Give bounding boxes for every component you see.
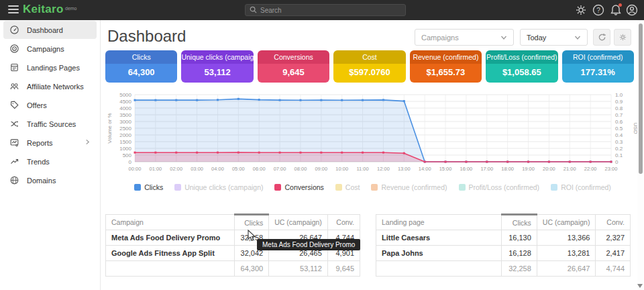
- refresh-button[interactable]: [593, 29, 610, 46]
- uc-cell: 13,281: [537, 246, 596, 261]
- sidebar-item-traffic-sources[interactable]: Traffic Sources: [3, 115, 97, 133]
- sidebar-item-label: Domains: [27, 177, 56, 185]
- traffic-icon: [9, 119, 19, 129]
- legend-label: Cost: [345, 183, 360, 191]
- campaign-name[interactable]: Meta Ads Food Delivery Promo: [106, 230, 235, 246]
- sidebar-item-domains[interactable]: Domains: [3, 171, 97, 189]
- svg-text:15:00: 15:00: [439, 166, 452, 172]
- sidebar-item-label: Affiliate Networks: [27, 83, 84, 91]
- clicks-cell: 16,128: [502, 246, 537, 261]
- landing-name[interactable]: Little Caesars: [376, 230, 502, 246]
- sidebar-item-label: Dashboard: [27, 26, 63, 34]
- legend-item-profit-loss[interactable]: Profit/Loss (confirmed): [459, 183, 540, 191]
- legend-label: ROI (confirmed): [561, 183, 611, 191]
- table-header-row: Landing page Clicks UC (campaign) Conv.: [376, 215, 631, 230]
- column-header-campaign[interactable]: Campaign: [106, 215, 235, 230]
- scrollbar-thumb[interactable]: [639, 23, 643, 174]
- svg-text:0.3: 0.3: [615, 139, 623, 145]
- svg-text:?: ?: [596, 7, 600, 14]
- metric-card-clicks: Clicks64,300: [105, 50, 177, 83]
- profile-avatar-icon[interactable]: [625, 3, 639, 17]
- svg-text:4500: 4500: [119, 99, 131, 105]
- svg-text:02:00: 02:00: [170, 166, 182, 172]
- svg-text:0.9: 0.9: [615, 99, 623, 105]
- sidebar-item-reports[interactable]: Reports: [3, 134, 97, 152]
- sidebar-item-label: Campaigns: [27, 45, 64, 53]
- legend-item-cost[interactable]: Cost: [335, 183, 360, 191]
- svg-text:12:00: 12:00: [377, 166, 390, 172]
- table-row[interactable]: Papa Johns 16,128 13,281 2,417: [376, 246, 631, 261]
- scrollbar-down-arrow-icon[interactable]: [637, 284, 643, 288]
- metric-value: $1,058.65: [486, 64, 557, 83]
- svg-text:01:00: 01:00: [149, 166, 162, 172]
- sidebar-item-campaigns[interactable]: Campaigns: [3, 40, 97, 58]
- traffic-chart[interactable]: 00:0001:0002:0003:0004:0005:0006:0007:00…: [104, 89, 641, 178]
- metric-label: Revenue (confirmed): [410, 50, 482, 64]
- campaigns-filter-dropdown[interactable]: Campaigns: [415, 29, 514, 46]
- svg-text:14:00: 14:00: [419, 166, 431, 172]
- trends-icon: [9, 156, 19, 166]
- sidebar-item-landings-pages[interactable]: Landings Pages: [3, 58, 97, 77]
- legend-swatch: [134, 184, 141, 191]
- sidebar-item-trends[interactable]: Trends: [3, 152, 97, 171]
- metric-value: $1,655.73: [410, 64, 482, 83]
- domains-icon: [9, 175, 19, 185]
- totals-uc: 53,112: [269, 261, 328, 277]
- column-header-landing-page[interactable]: Landing page: [376, 215, 502, 230]
- scrollbar-track[interactable]: [637, 20, 643, 290]
- legend-item-revenue[interactable]: Revenue (confirmed): [371, 183, 447, 191]
- search-box[interactable]: [245, 4, 406, 16]
- svg-text:04:00: 04:00: [211, 166, 224, 172]
- search-input[interactable]: [260, 7, 401, 14]
- column-header-uc-campaign[interactable]: UC (campaign): [269, 215, 328, 230]
- metric-card-revenue: Revenue (confirmed)$1,655.73: [410, 50, 482, 83]
- svg-text:03:00: 03:00: [191, 166, 203, 172]
- sidebar-item-offers[interactable]: Offers: [3, 96, 97, 114]
- legend-item-conversions[interactable]: Conversions: [274, 183, 323, 191]
- sidebar-item-label: Traffic Sources: [27, 120, 76, 128]
- landing-pages-table: Landing page Clicks UC (campaign) Conv. …: [376, 213, 631, 277]
- dashboard-settings-button[interactable]: [614, 29, 631, 46]
- column-header-uc-campaign[interactable]: UC (campaign): [537, 215, 596, 230]
- metric-card-cost: Cost$597.0760: [333, 50, 405, 83]
- date-range-value: Today: [527, 34, 546, 42]
- sidebar-item-label: Landings Pages: [27, 64, 80, 72]
- metric-label: Conversions: [258, 50, 329, 64]
- metric-label: Unique clicks (campaign): [181, 50, 253, 64]
- svg-text:0.8: 0.8: [615, 105, 623, 111]
- sidebar: Dashboard Campaigns Landings Pages Affil…: [0, 20, 101, 290]
- legend-label: Revenue (confirmed): [381, 183, 447, 191]
- svg-text:09:00: 09:00: [315, 166, 327, 172]
- chevron-down-icon: [500, 35, 507, 40]
- chevron-down-icon: [574, 35, 581, 40]
- table-row[interactable]: Little Caesars 16,130 13,366 2,327: [376, 230, 631, 246]
- column-header-clicks[interactable]: Clicks: [234, 215, 269, 230]
- help-icon[interactable]: ?: [592, 3, 605, 17]
- hamburger-menu-icon[interactable]: [8, 5, 19, 15]
- notifications-bell-icon[interactable]: [609, 3, 623, 17]
- totals-conv: 4,744: [596, 261, 631, 277]
- column-header-conv[interactable]: Conv.: [596, 215, 631, 230]
- metric-value: 53,112: [181, 64, 253, 83]
- landing-name[interactable]: Papa Johns: [376, 246, 502, 261]
- date-range-dropdown[interactable]: Today: [520, 29, 588, 46]
- campaigns-filter-value: Campaigns: [421, 34, 459, 42]
- legend-item-clicks[interactable]: Clicks: [134, 183, 163, 191]
- column-header-clicks[interactable]: Clicks: [502, 215, 537, 230]
- sidebar-item-affiliate-networks[interactable]: Affiliate Networks: [3, 77, 97, 95]
- settings-gear-icon[interactable]: [574, 3, 588, 17]
- sidebar-item-dashboard[interactable]: Dashboard: [3, 21, 97, 39]
- legend-item-unique-clicks[interactable]: Unique clicks (campaign): [174, 183, 263, 191]
- column-header-conv[interactable]: Conv.: [327, 215, 360, 230]
- svg-text:00:00: 00:00: [129, 166, 142, 172]
- legend-item-roi[interactable]: ROI (confirmed): [551, 183, 611, 191]
- legend-swatch: [335, 184, 342, 191]
- svg-text:13:00: 13:00: [398, 166, 411, 172]
- legend-swatch: [459, 184, 466, 191]
- offers-icon: [9, 100, 19, 110]
- campaign-name[interactable]: Google Ads Fitness App Split: [106, 246, 235, 261]
- metric-cards-row: Clicks64,300 Unique clicks (campaign)53,…: [105, 50, 634, 83]
- metric-value: 177.31%: [562, 64, 634, 83]
- svg-text:0.5: 0.5: [615, 126, 623, 132]
- legend-label: Profit/Loss (confirmed): [469, 183, 540, 191]
